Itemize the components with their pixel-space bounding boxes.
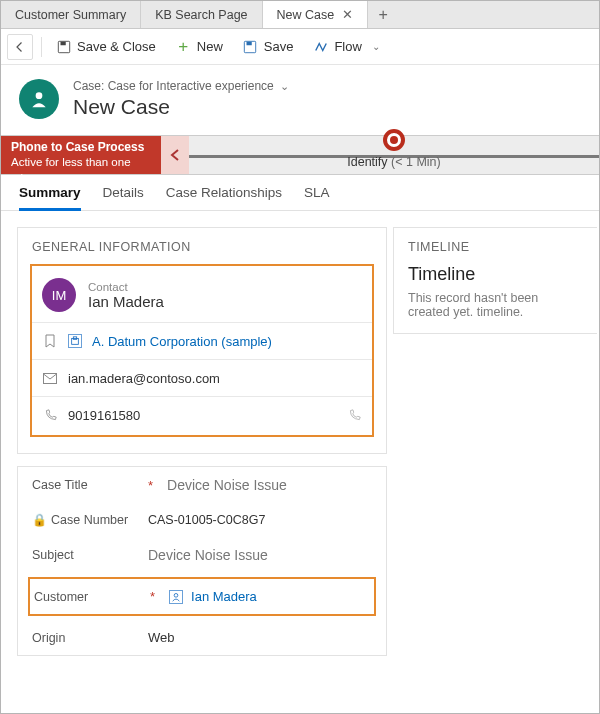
back-button[interactable] (7, 34, 33, 60)
svg-rect-1 (60, 41, 65, 45)
mail-icon (42, 370, 58, 386)
field-label: Subject (32, 548, 140, 562)
customer-row[interactable]: Customer * Ian Madera (30, 579, 374, 614)
process-info[interactable]: Phone to Case Process Active for less th… (1, 136, 161, 174)
save-button[interactable]: Save (235, 35, 302, 58)
stage-label: Identify (347, 155, 387, 169)
svg-point-8 (174, 593, 178, 597)
contact-quick-view: IM Contact Ian Madera A. Datu (30, 264, 374, 437)
customer-row-highlight: Customer * Ian Madera (28, 577, 376, 616)
subject-value[interactable]: Device Noise Issue (148, 547, 372, 563)
field-label: Case Title (32, 478, 140, 492)
entity-avatar (19, 79, 59, 119)
timeline-description: This record hasn't been created yet. tim… (394, 291, 597, 333)
close-icon[interactable]: ✕ (342, 7, 353, 22)
required-marker: * (148, 478, 153, 493)
back-arrow-icon (14, 41, 26, 53)
left-column: GENERAL INFORMATION IM Contact Ian Mader… (17, 227, 387, 656)
case-details-card: Case Title * Device Noise Issue 🔒 Case N… (17, 466, 387, 656)
case-title-value[interactable]: Device Noise Issue (167, 477, 372, 493)
save-close-icon (56, 39, 71, 54)
record-header: Case: Case for Interactive experience ⌄ … (1, 65, 599, 135)
plus-icon: + (176, 39, 191, 54)
tab-label: KB Search Page (155, 8, 247, 22)
company-row[interactable]: A. Datum Corporation (sample) (32, 322, 372, 359)
field-label: Customer (34, 590, 142, 604)
process-status: Active for less than one mi... (11, 155, 151, 186)
page-title: New Case (73, 95, 289, 119)
tab-label: New Case (277, 8, 335, 22)
email-row[interactable]: ian.madera@contoso.com (32, 359, 372, 396)
timeline-card: TIMELINE Timeline This record hasn't bee… (393, 227, 597, 334)
email-value: ian.madera@contoso.com (68, 371, 220, 386)
phone-row[interactable]: 9019161580 (32, 396, 372, 433)
cmd-label: New (197, 39, 223, 54)
cmd-label: Save & Close (77, 39, 156, 54)
new-button[interactable]: + New (168, 35, 231, 58)
timeline-title: Timeline (394, 264, 597, 291)
flow-button[interactable]: Flow ⌄ (305, 35, 387, 58)
svg-point-4 (36, 92, 43, 99)
divider (41, 37, 42, 57)
tab-label: Customer Summary (15, 8, 126, 22)
breadcrumb-text: Case: Case for Interactive experience (73, 79, 274, 93)
origin-row[interactable]: Origin Web (18, 620, 386, 655)
session-tabs: Customer Summary KB Search Page New Case… (1, 1, 599, 29)
command-bar: Save & Close + New Save Flow ⌄ (1, 29, 599, 65)
section-title: TIMELINE (394, 228, 597, 264)
field-label: Origin (32, 631, 140, 645)
company-link[interactable]: A. Datum Corporation (sample) (92, 334, 272, 349)
business-process-flow: Phone to Case Process Active for less th… (1, 135, 599, 175)
contact-label: Contact (88, 281, 164, 293)
origin-value[interactable]: Web (148, 630, 372, 645)
process-stage-identify[interactable]: Identify (< 1 Min) (189, 136, 599, 174)
case-icon (29, 89, 49, 109)
process-name: Phone to Case Process (11, 139, 151, 155)
case-number-value: CAS-01005-C0C8G7 (148, 513, 372, 527)
tab-sla[interactable]: SLA (304, 185, 330, 210)
subject-row[interactable]: Subject Device Noise Issue (18, 537, 386, 573)
cmd-label: Flow (334, 39, 361, 54)
field-label: 🔒 Case Number (32, 513, 140, 527)
chevron-left-icon (170, 149, 180, 161)
stage-marker-icon (383, 129, 405, 151)
customer-value[interactable]: Ian Madera (191, 589, 257, 604)
breadcrumb[interactable]: Case: Case for Interactive experience ⌄ (73, 79, 289, 93)
flow-icon (313, 39, 328, 54)
bookmark-icon (42, 333, 58, 349)
general-information-card: GENERAL INFORMATION IM Contact Ian Mader… (17, 227, 387, 454)
cmd-label: Save (264, 39, 294, 54)
tab-case-relationships[interactable]: Case Relationships (166, 185, 282, 210)
contact-avatar: IM (42, 278, 76, 312)
case-number-row: 🔒 Case Number CAS-01005-C0C8G7 (18, 503, 386, 537)
tab-new-case[interactable]: New Case ✕ (263, 1, 369, 28)
account-icon (68, 334, 82, 348)
new-tab-button[interactable]: + (368, 1, 398, 28)
chevron-down-icon: ⌄ (372, 41, 380, 52)
section-title: GENERAL INFORMATION (18, 228, 386, 264)
contact-icon (169, 590, 183, 604)
svg-rect-3 (247, 41, 252, 45)
app-frame: Customer Summary KB Search Page New Case… (0, 0, 600, 714)
save-and-close-button[interactable]: Save & Close (48, 35, 164, 58)
tab-summary[interactable]: Summary (19, 185, 81, 211)
process-prev-stage[interactable] (161, 136, 189, 174)
tab-customer-summary[interactable]: Customer Summary (1, 1, 141, 28)
dial-icon[interactable] (346, 407, 362, 423)
stage-duration: (< 1 Min) (391, 155, 441, 169)
phone-icon (42, 407, 58, 423)
tab-details[interactable]: Details (103, 185, 144, 210)
tab-kb-search[interactable]: KB Search Page (141, 1, 262, 28)
chevron-down-icon: ⌄ (280, 80, 289, 93)
save-icon (243, 39, 258, 54)
contact-name[interactable]: Ian Madera (88, 293, 164, 310)
form-body: GENERAL INFORMATION IM Contact Ian Mader… (1, 211, 599, 656)
contact-header: IM Contact Ian Madera (32, 272, 372, 322)
lock-icon: 🔒 (32, 513, 47, 527)
case-title-row[interactable]: Case Title * Device Noise Issue (18, 467, 386, 503)
phone-value: 9019161580 (68, 408, 140, 423)
required-marker: * (150, 589, 155, 604)
